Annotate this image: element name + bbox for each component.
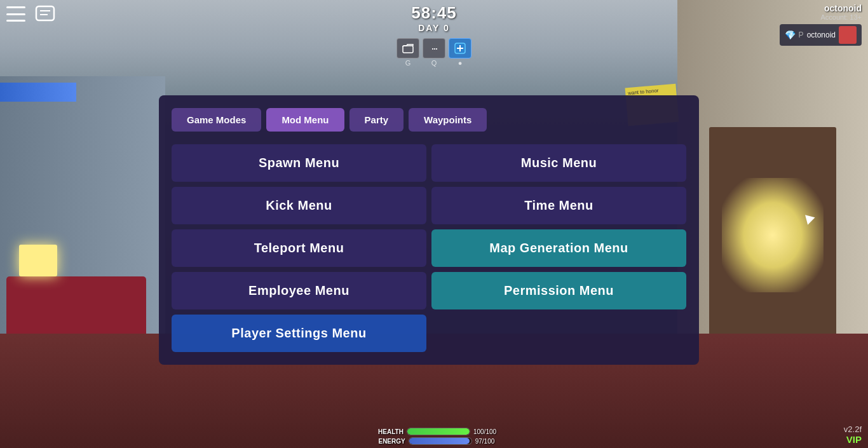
energy-value: 97/100	[475, 438, 495, 445]
banner	[0, 83, 76, 102]
vip-label: VIP	[844, 434, 862, 445]
menu-panel: Game Modes Mod Menu Party Waypoints Spaw…	[159, 95, 699, 365]
health-label: HEALTH	[372, 428, 403, 435]
employee-menu-button[interactable]: Employee Menu	[172, 272, 426, 309]
chat-icon[interactable]	[35, 5, 58, 25]
tab-party[interactable]: Party	[349, 108, 404, 132]
energy-bar: ENERGY 97/100	[374, 437, 495, 445]
lamp	[19, 245, 57, 276]
hamburger-menu-icon[interactable]	[6, 6, 25, 22]
menu-grid: Spawn Menu Music Menu Kick Menu Time Men…	[172, 144, 686, 352]
version-area: v2.2f VIP	[844, 424, 862, 445]
door-light	[722, 178, 824, 292]
energy-bar-bg	[409, 437, 472, 445]
bottom-hud: HEALTH 100/100 ENERGY 97/100	[372, 428, 496, 445]
map-generation-menu-button[interactable]: Map Generation Menu	[431, 229, 686, 267]
version-label: v2.2f	[844, 424, 862, 434]
health-bar-fill	[407, 428, 470, 435]
tab-bar: Game Modes Mod Menu Party Waypoints	[172, 108, 686, 132]
tab-game-modes[interactable]: Game Modes	[172, 108, 261, 132]
spawn-menu-button[interactable]: Spawn Menu	[172, 144, 426, 182]
player-settings-menu-button[interactable]: Player Settings Menu	[172, 315, 426, 352]
time-menu-button[interactable]: Time Menu	[431, 187, 686, 224]
teleport-menu-button[interactable]: Teleport Menu	[172, 229, 426, 267]
energy-label: ENERGY	[374, 438, 405, 445]
health-bar: HEALTH 100/100	[372, 428, 496, 435]
permission-menu-button[interactable]: Permission Menu	[431, 272, 686, 309]
health-value: 100/100	[473, 428, 496, 435]
music-menu-button[interactable]: Music Menu	[431, 144, 686, 182]
tab-waypoints[interactable]: Waypoints	[409, 108, 487, 132]
svg-rect-0	[36, 6, 54, 20]
health-bar-bg	[407, 428, 470, 435]
kick-menu-button[interactable]: Kick Menu	[172, 187, 426, 224]
tab-mod-menu[interactable]: Mod Menu	[266, 108, 344, 132]
energy-bar-fill	[409, 438, 470, 444]
